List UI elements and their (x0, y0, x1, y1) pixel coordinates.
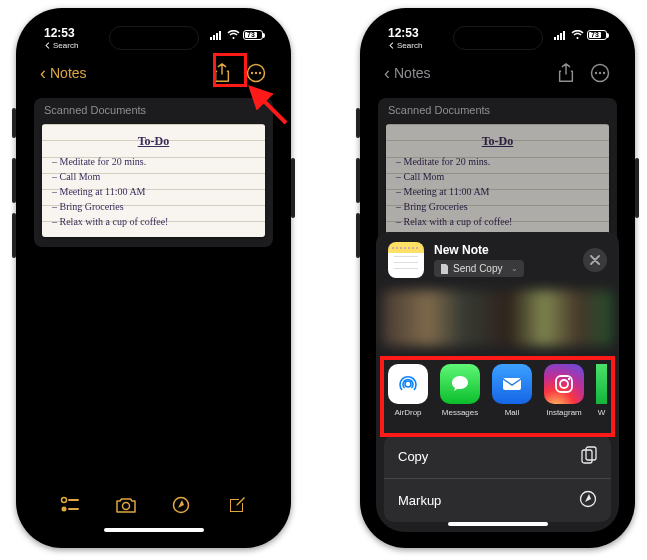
close-icon (590, 255, 600, 265)
svg-rect-29 (586, 447, 596, 460)
scanned-documents-section[interactable]: Scanned Documents To-Do – Meditate for 2… (34, 98, 273, 247)
share-sheet: New Note Send Copy ⌄ (376, 232, 619, 532)
markup-button[interactable] (170, 494, 192, 516)
compose-icon (227, 495, 247, 515)
back-label: Notes (50, 65, 87, 81)
svg-rect-0 (210, 37, 212, 40)
document-icon (440, 264, 449, 274)
cellular-icon (210, 30, 224, 40)
wifi-icon (227, 30, 240, 40)
camera-icon (115, 496, 137, 514)
back-button[interactable]: ‹ Notes (384, 63, 431, 84)
status-time: 12:53 (388, 26, 422, 40)
compose-button[interactable] (226, 494, 248, 516)
svg-point-22 (603, 72, 605, 74)
send-copy-selector[interactable]: Send Copy ⌄ (434, 260, 524, 277)
copy-icon (581, 446, 597, 467)
notes-app-icon (388, 242, 424, 278)
svg-rect-17 (560, 33, 562, 40)
breadcrumb-search[interactable]: Search (44, 41, 78, 50)
chevron-updown-icon: ⌄ (511, 264, 518, 273)
share-icon (557, 63, 575, 83)
iphone-frame: 12:53 Search 73 ‹ Notes (16, 8, 291, 548)
svg-rect-3 (219, 31, 221, 40)
scanned-note-image[interactable]: To-Do – Meditate for 20 mins. – Call Mom… (42, 124, 265, 237)
scanned-note-image: To-Do – Meditate for 20 mins. – Call Mom… (386, 124, 609, 237)
dynamic-island (453, 26, 543, 50)
home-indicator[interactable] (104, 528, 204, 532)
chevron-left-icon: ‹ (384, 63, 390, 84)
share-item-title: New Note (434, 243, 573, 257)
iphone-frame: 12:53 Search 73 ‹ Notes (360, 8, 635, 548)
back-button[interactable]: ‹ Notes (40, 63, 87, 84)
camera-button[interactable] (115, 494, 137, 516)
nav-bar: ‹ Notes (370, 56, 625, 90)
dynamic-island (109, 26, 199, 50)
svg-rect-1 (213, 35, 215, 40)
svg-rect-16 (557, 35, 559, 40)
section-header: Scanned Documents (34, 98, 273, 120)
note-title: To-Do (52, 132, 255, 150)
svg-rect-28 (582, 450, 592, 463)
cellular-icon (554, 30, 568, 40)
svg-rect-15 (554, 37, 556, 40)
chevron-left-icon: ‹ (40, 63, 46, 84)
wifi-icon (571, 30, 584, 40)
section-header: Scanned Documents (378, 98, 617, 120)
svg-point-12 (122, 503, 129, 510)
svg-rect-18 (563, 31, 565, 40)
close-button[interactable] (583, 248, 607, 272)
bottom-toolbar (26, 494, 281, 526)
svg-point-21 (599, 72, 601, 74)
share-button (555, 62, 577, 84)
svg-line-14 (251, 88, 286, 123)
battery-icon: 73 (587, 30, 607, 40)
action-markup[interactable]: Markup (384, 479, 611, 522)
svg-point-9 (61, 507, 66, 512)
scanned-documents-section: Scanned Documents To-Do – Meditate for 2… (378, 98, 617, 247)
checklist-button[interactable] (59, 494, 81, 516)
share-actions-list: Copy Markup (384, 435, 611, 522)
home-indicator[interactable] (448, 522, 548, 526)
svg-rect-2 (216, 33, 218, 40)
more-button (589, 62, 611, 84)
breadcrumb-search[interactable]: Search (388, 41, 422, 50)
ellipsis-circle-icon (590, 63, 610, 83)
svg-point-20 (595, 72, 597, 74)
status-time: 12:53 (44, 26, 78, 40)
markup-icon (579, 490, 597, 511)
suggested-contacts-row[interactable] (382, 290, 613, 346)
checklist-icon (60, 496, 80, 514)
annotation-arrow (241, 73, 301, 133)
svg-point-8 (61, 498, 66, 503)
action-copy[interactable]: Copy (384, 435, 611, 479)
markup-icon (172, 496, 190, 514)
share-apps-row: AirDrop Messages Mail Instagram (376, 354, 619, 421)
back-label: Notes (394, 65, 431, 81)
annotation-highlight-apps (380, 356, 615, 437)
battery-icon: 73 (243, 30, 263, 40)
